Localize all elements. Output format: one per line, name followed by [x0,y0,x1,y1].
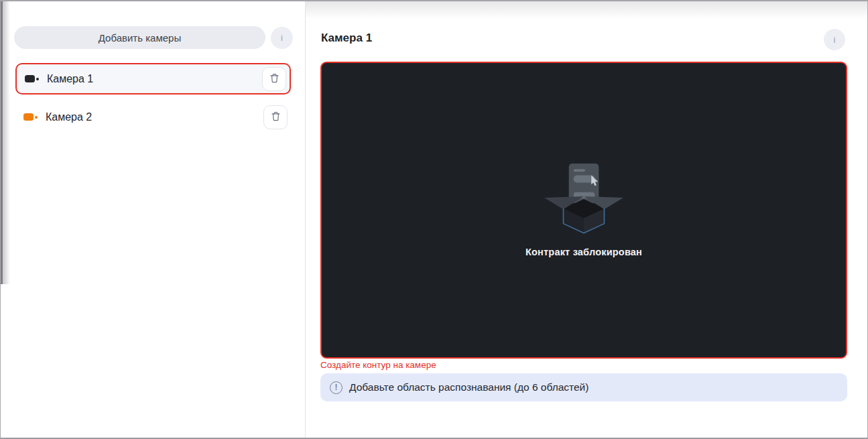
delete-camera-2-button[interactable] [263,105,288,129]
trash-icon [270,111,282,124]
add-cameras-button[interactable]: Добавить камеры [14,26,265,49]
left-panel-edge [1,1,3,284]
left-panel-shadow [3,1,10,284]
add-camera-row: Добавить камеры i [14,26,293,49]
camera-list-item-1[interactable]: Камера 1 [15,63,291,95]
empty-box-icon [544,164,623,237]
camera-icon [25,75,39,82]
banner-text: Добавьте область распознавания (до 6 обл… [349,381,588,393]
selected-camera-title: Камера 1 [321,32,372,45]
camera-setup-window: Добавить камеры i Камера 1 [0,0,868,439]
trash-icon [269,72,280,86]
camera-icon [23,113,38,121]
recognition-area-banner: ! Добавьте область распознавания (до 6 о… [320,373,847,401]
camera-info-button[interactable]: i [824,29,845,50]
empty-state-message: Контракт заблокирован [525,247,642,257]
camera-list-item-2[interactable]: Камера 2 [15,101,291,133]
camera-name: Камера 1 [47,73,262,85]
delete-camera-1-button[interactable] [262,67,286,91]
sidebar-info-button[interactable]: i [271,27,293,49]
warning-circle-icon: ! [330,381,343,394]
camera-name: Камера 2 [46,111,263,123]
camera-sidebar: Добавить камеры i Камера 1 [1,1,306,438]
camera-preview-area[interactable]: Контракт заблокирован [320,62,847,359]
contour-error-text: Создайте контур на камере [320,360,436,370]
